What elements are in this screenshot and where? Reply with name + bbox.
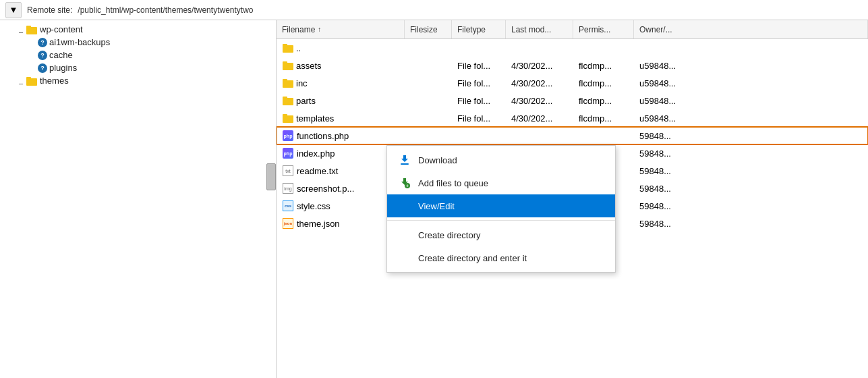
file-header: Filename ↑ Filesize Filetype Last mod...… xyxy=(277,20,868,39)
context-menu: Download + Add files to queue View/Edit xyxy=(386,145,616,273)
svg-rect-3 xyxy=(26,77,31,80)
file-name-index-php: index.php xyxy=(297,148,335,159)
file-row-inc[interactable]: inc File fol... 4/30/202... flcdmp... u5… xyxy=(277,74,868,92)
remote-dropdown-button[interactable]: ▼ xyxy=(5,2,22,18)
svg-rect-5 xyxy=(283,44,287,47)
context-label-create-dir: Create directory xyxy=(418,230,480,240)
file-row-functions-php[interactable]: php functions.php 59848... xyxy=(277,127,868,144)
context-item-create-dir[interactable]: Create directory xyxy=(387,223,615,246)
file-name-style-css: style.css xyxy=(297,201,330,211)
svg-rect-9 xyxy=(283,79,287,82)
sort-arrow-filename: ↑ xyxy=(318,26,321,33)
remote-bar: ▼ Remote site: /public_html/wp-content/t… xyxy=(0,0,868,20)
file-name-parent: .. xyxy=(296,43,301,53)
tree-label-ai1wm: ai1wm-backups xyxy=(49,37,110,47)
context-item-create-dir-enter[interactable]: Create directory and enter it xyxy=(387,246,615,269)
json-icon-theme: json xyxy=(282,218,294,229)
svg-rect-13 xyxy=(283,114,287,117)
tree-item-ai1wm[interactable]: ? ai1wm-backups xyxy=(0,36,276,49)
context-label-create-dir-enter: Create directory and enter it xyxy=(418,253,527,263)
tree-item-wp-content[interactable]: ⎯ wp-content xyxy=(0,23,276,36)
folder-icon-parts xyxy=(282,96,294,105)
folder-icon-inc xyxy=(282,78,294,88)
col-header-permis[interactable]: Permis... xyxy=(573,20,634,38)
context-item-download[interactable]: Download xyxy=(387,148,615,171)
file-lastmod-inc: 4/30/202... xyxy=(506,74,573,92)
file-name-templates: templates xyxy=(296,113,334,124)
context-item-view-edit[interactable]: View/Edit xyxy=(387,194,615,217)
svg-rect-14 xyxy=(401,163,409,165)
tree-item-plugins[interactable]: ? plugins xyxy=(0,61,276,74)
download-icon xyxy=(398,153,411,167)
folder-icon-templates xyxy=(282,113,294,123)
folder-icon-assets xyxy=(282,61,294,70)
left-panel: ⎯ wp-content ? ai1wm-backups ? c xyxy=(0,20,277,378)
right-panel: Filename ↑ Filesize Filetype Last mod...… xyxy=(277,20,868,378)
file-owner-assets: u59848... xyxy=(634,57,868,74)
file-name-functions-php: functions.php xyxy=(297,131,349,141)
context-label-view-edit: View/Edit xyxy=(418,201,455,211)
php-icon-index: php xyxy=(282,148,294,159)
file-size-assets xyxy=(405,57,452,74)
file-lastmod-assets: 4/30/202... xyxy=(506,57,573,74)
create-dir-icon xyxy=(398,228,411,242)
file-owner-inc: u59848... xyxy=(634,74,868,92)
file-name-inc: inc xyxy=(296,78,308,88)
file-permis-inc: flcdmp... xyxy=(573,74,634,92)
file-name-assets: assets xyxy=(296,61,322,71)
file-name-theme-json: theme.json xyxy=(297,219,340,229)
svg-rect-11 xyxy=(283,97,287,99)
remote-path: /public_html/wp-content/themes/twentytwe… xyxy=(78,5,863,15)
css-icon-style: css xyxy=(282,200,294,211)
file-row-templates[interactable]: templates File fol... 4/30/202... flcdmp… xyxy=(277,109,868,127)
tree-label-plugins: plugins xyxy=(49,63,77,73)
col-header-lastmod[interactable]: Last mod... xyxy=(506,20,573,38)
tree-item-themes[interactable]: ⎯ themes xyxy=(0,74,276,87)
col-header-filetype[interactable]: Filetype xyxy=(452,20,506,38)
main-content: ⎯ wp-content ? ai1wm-backups ? c xyxy=(0,20,868,378)
folder-icon-wp-content xyxy=(26,25,38,34)
tree-item-cache[interactable]: ? cache xyxy=(0,49,276,61)
scrollbar-handle[interactable] xyxy=(266,163,276,190)
svg-rect-1 xyxy=(26,26,31,28)
file-name-readme: readme.txt xyxy=(297,166,338,176)
tree-expand-themes[interactable]: ⎯ xyxy=(16,77,26,84)
txt-icon-readme: txt xyxy=(282,165,294,176)
file-size-inc xyxy=(405,74,452,92)
svg-rect-7 xyxy=(283,61,287,64)
file-type-inc: File fol... xyxy=(452,74,506,92)
file-name-screenshot: screenshot.p... xyxy=(297,184,354,194)
col-header-filesize[interactable]: Filesize xyxy=(405,20,452,38)
file-row-assets[interactable]: assets File fol... 4/30/202... flcdmp...… xyxy=(277,57,868,74)
file-type-assets: File fol... xyxy=(452,57,506,74)
context-item-add-queue[interactable]: + Add files to queue xyxy=(387,171,615,194)
context-label-add-queue: Add files to queue xyxy=(418,178,488,188)
tree-label-cache: cache xyxy=(49,50,73,60)
col-header-owner[interactable]: Owner/... xyxy=(634,20,868,38)
context-separator xyxy=(387,220,615,221)
folder-icon-parent xyxy=(282,43,294,53)
col-header-filename[interactable]: Filename ↑ xyxy=(277,20,405,38)
folder-icon-themes xyxy=(26,76,38,86)
file-name-parts: parts xyxy=(296,96,316,106)
img-icon-screenshot: img xyxy=(282,183,294,194)
php-icon-functions: php xyxy=(282,130,294,141)
tree-expand-wp-content[interactable]: ⎯ xyxy=(16,26,26,33)
file-permis-assets: flcdmp... xyxy=(573,57,634,74)
question-icon-plugins: ? xyxy=(38,63,47,73)
create-dir-enter-icon xyxy=(398,251,411,265)
queue-icon: + xyxy=(398,176,411,190)
question-icon-ai1wm: ? xyxy=(38,38,47,47)
tree-area: ⎯ wp-content ? ai1wm-backups ? c xyxy=(0,20,276,378)
context-label-download: Download xyxy=(418,155,457,165)
question-icon-cache: ? xyxy=(38,51,47,60)
tree-label-themes: themes xyxy=(40,76,69,86)
file-row-parent[interactable]: .. xyxy=(277,39,868,57)
remote-label: Remote site: xyxy=(27,5,72,15)
edit-icon xyxy=(398,199,411,213)
file-row-parts[interactable]: parts File fol... 4/30/202... flcdmp... … xyxy=(277,92,868,109)
svg-text:+: + xyxy=(406,184,409,188)
tree-label-wp-content: wp-content xyxy=(40,24,83,34)
